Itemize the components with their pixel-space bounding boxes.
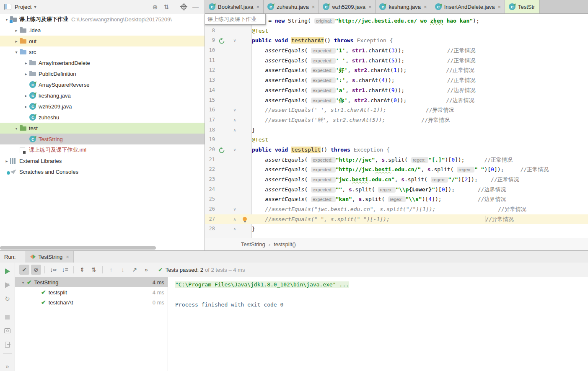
- tree-item[interactable]: ▸PublicDefinition: [0, 68, 205, 79]
- chevron-right-icon[interactable]: ▸: [23, 72, 29, 76]
- code-line-text: public void testsplit() throws Exception…: [252, 145, 588, 155]
- fold-expanded-icon[interactable]: ∨: [233, 204, 236, 214]
- editor-tab[interactable]: ckeshang.java×: [376, 0, 431, 13]
- chevron-right-icon[interactable]: ▸: [13, 28, 20, 33]
- tree-item[interactable]: 课上练习及课下作业.iml: [0, 144, 205, 155]
- close-icon[interactable]: ×: [424, 4, 427, 10]
- test-result-row[interactable]: ✔testsplit4 ms: [15, 287, 168, 297]
- test-result-row[interactable]: ▾✔TestString4 ms: [15, 277, 168, 287]
- chevron-down-icon[interactable]: ▾: [13, 126, 20, 131]
- gutter-cell: 10: [205, 46, 252, 56]
- editor-tab[interactable]: cwzh5209.java×: [319, 0, 376, 13]
- export-test-results-icon[interactable]: ↗: [130, 265, 140, 275]
- tree-item[interactable]: cTestString: [0, 134, 205, 144]
- toggle-auto-test-icon[interactable]: ↻: [3, 294, 13, 304]
- fold-expanded-icon[interactable]: ∨: [233, 105, 236, 115]
- divider: [44, 266, 45, 273]
- close-icon[interactable]: ×: [368, 4, 372, 10]
- code-editor[interactable]: 7ng s = new String( original: "http://jw…: [205, 14, 588, 238]
- run-console[interactable]: "C:\Program Files\Java\jdk1.8.0_102\bin\…: [168, 277, 588, 371]
- fold-collapsed-icon[interactable]: ∧: [233, 125, 236, 135]
- gutter-cell: 9∨: [205, 36, 252, 46]
- project-tree: ▾课上练习及课下作业C:\Users\wangzihong\Desktop\20…: [0, 14, 205, 245]
- show-passed-icon[interactable]: ✔: [19, 265, 29, 275]
- chevron-right-icon[interactable]: ▸: [23, 93, 29, 98]
- folder-icon: [20, 39, 26, 44]
- editor-tab[interactable]: cInsertAndDelete.java×: [431, 0, 505, 13]
- tree-item[interactable]: ▸cwzh5209.java: [0, 101, 205, 112]
- line-number: 23: [205, 175, 215, 185]
- more-actions-icon[interactable]: »: [141, 265, 151, 275]
- scrollbar-thumb[interactable]: [0, 246, 156, 250]
- gear-icon[interactable]: [181, 4, 187, 10]
- project-panel-title[interactable]: Project: [15, 4, 31, 10]
- fold-expanded-icon[interactable]: ∨: [233, 145, 236, 155]
- sort-by-duration-icon[interactable]: ↓≡: [60, 265, 70, 275]
- tree-item[interactable]: ▸ckeshang.java: [0, 90, 205, 101]
- chevron-down-icon[interactable]: ▾: [34, 5, 36, 9]
- tree-item[interactable]: ▾课上练习及课下作业C:\Users\wangzihong\Desktop\20…: [0, 14, 205, 25]
- code-line-text: assertEquals( expected: '1', str1.charAt…: [252, 46, 588, 56]
- tree-item-label: test: [29, 125, 38, 131]
- code-line: 8@Test: [205, 26, 588, 36]
- collapse-all-icon[interactable]: ⇅: [163, 3, 169, 11]
- path-overlay-tooltip: 课上练习及课下作业: [205, 14, 266, 25]
- editor-tab[interactable]: cTestStr: [505, 0, 540, 13]
- gutter-cell: 24: [205, 185, 252, 195]
- tree-item[interactable]: cArraySquareReverse: [0, 79, 205, 90]
- tree-item[interactable]: Scratches and Consoles: [0, 166, 205, 177]
- code-line: 26∨ //assertEquals("jwc.besti.edu.cn", s…: [205, 204, 588, 214]
- chevron-right-icon[interactable]: ▸: [23, 61, 29, 65]
- locate-file-icon[interactable]: ⊕: [153, 3, 158, 11]
- editor-tab[interactable]: czuheshu.java×: [264, 0, 319, 13]
- exit-icon[interactable]: [3, 340, 13, 350]
- intention-bulb-icon[interactable]: [243, 217, 247, 221]
- previous-failed-test-icon[interactable]: ↑: [106, 265, 116, 275]
- gutter-cell: 15: [205, 95, 252, 106]
- next-failed-test-icon[interactable]: ↓: [118, 265, 128, 275]
- sort-alphabetically-icon[interactable]: ↓az: [48, 265, 58, 275]
- tree-item[interactable]: ▸.idea: [0, 25, 205, 36]
- stop-icon[interactable]: [3, 312, 13, 322]
- fold-collapsed-icon[interactable]: ∧: [233, 224, 236, 234]
- test-name: TestString: [34, 279, 59, 286]
- tree-item[interactable]: ▾test: [0, 123, 205, 134]
- tests-passed-icon: ✔: [158, 266, 163, 273]
- chevron-right-icon[interactable]: ▸: [13, 39, 20, 44]
- breadcrumb: TestString›testsplit(): [205, 238, 588, 250]
- fold-expanded-icon[interactable]: ∨: [233, 36, 236, 46]
- editor-tab-label: wzh5209.java: [332, 4, 365, 10]
- module-file-icon: [20, 147, 25, 153]
- close-icon[interactable]: ×: [66, 254, 69, 260]
- tree-item[interactable]: ▸External Libraries: [0, 155, 205, 166]
- tree-item[interactable]: ▾src: [0, 46, 205, 57]
- close-icon[interactable]: ×: [256, 4, 260, 10]
- editor-tab[interactable]: cBookshelf.java×: [205, 0, 264, 13]
- chevron-down-icon[interactable]: ▾: [15, 280, 27, 285]
- rerun-failed-tests-icon[interactable]: [3, 280, 13, 290]
- tree-item[interactable]: czuheshu: [0, 112, 205, 123]
- collapse-all-icon[interactable]: ⇅: [89, 265, 99, 275]
- chevron-down-icon[interactable]: ▾: [13, 50, 20, 54]
- hide-panel-icon[interactable]: —: [192, 3, 199, 10]
- breadcrumb-item[interactable]: testsplit(): [274, 241, 296, 247]
- tree-item[interactable]: ▸out: [0, 36, 205, 46]
- show-ignored-icon[interactable]: ⊘: [31, 265, 41, 275]
- code-line-text: }: [252, 125, 588, 135]
- test-name: testcharAt: [49, 299, 73, 306]
- project-horizontal-scrollbar[interactable]: [0, 246, 205, 250]
- chevron-right-icon[interactable]: ▸: [23, 104, 29, 109]
- dump-threads-icon[interactable]: [3, 326, 13, 336]
- tree-item[interactable]: ▸ArrayInsertandDelete: [0, 57, 205, 68]
- hidden-toolbar-actions-icon[interactable]: »: [3, 361, 13, 371]
- close-icon[interactable]: ×: [312, 4, 315, 10]
- rerun-tests-icon[interactable]: [3, 266, 13, 276]
- fold-collapsed-icon[interactable]: ∧: [233, 214, 236, 224]
- chevron-right-icon[interactable]: ▸: [3, 159, 10, 163]
- run-config-tab[interactable]: TestString ×: [26, 251, 73, 263]
- test-result-row[interactable]: ✔testcharAt0 ms: [15, 297, 168, 307]
- close-icon[interactable]: ×: [497, 4, 501, 10]
- fold-collapsed-icon[interactable]: ∧: [233, 115, 236, 125]
- expand-all-icon[interactable]: ⇕: [77, 265, 87, 275]
- breadcrumb-item[interactable]: TestString: [241, 241, 265, 247]
